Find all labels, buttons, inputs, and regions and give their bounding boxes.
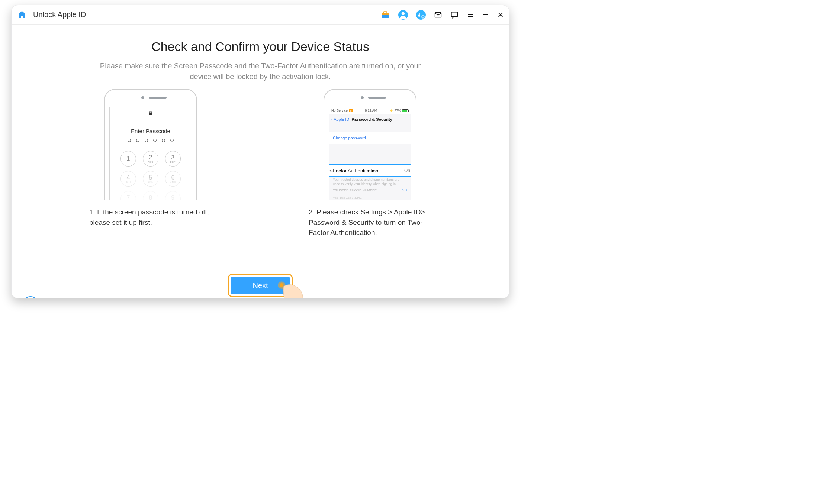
close-icon[interactable] bbox=[497, 12, 504, 18]
svg-rect-2 bbox=[384, 12, 387, 13]
window-title: Unlock Apple ID bbox=[33, 10, 86, 19]
toolbox-icon[interactable] bbox=[380, 10, 390, 20]
tfa-row: Two-Factor Authentication On bbox=[329, 164, 411, 177]
music-search-icon[interactable] bbox=[416, 10, 426, 20]
status-bar: No Service 📶 8:22 AM ⚡ 77% bbox=[329, 107, 411, 114]
menu-icon[interactable] bbox=[467, 11, 474, 19]
titlebar-icons bbox=[380, 10, 504, 20]
phone-mockup-left: Enter Passcode 1 2ABC 3DEF 4GHI 5JKL bbox=[104, 89, 197, 200]
svg-point-4 bbox=[402, 12, 405, 15]
svg-line-7 bbox=[424, 17, 425, 19]
nav-back: ‹ Apple ID bbox=[331, 117, 349, 122]
mail-icon[interactable] bbox=[434, 11, 442, 19]
next-area: Next bbox=[228, 274, 293, 297]
page-subtitle: Please make sure the Screen Passcode and… bbox=[89, 61, 431, 82]
passcode-dots bbox=[110, 139, 192, 142]
next-button[interactable]: Next bbox=[231, 277, 290, 294]
svg-rect-16 bbox=[149, 113, 152, 115]
caption-right: 2. Please check Settings > Apple ID> Pas… bbox=[309, 207, 431, 238]
page-heading: Check and Confirm your Device Status bbox=[12, 39, 509, 54]
panel-tfa: No Service 📶 8:22 AM ⚡ 77% ‹ Apple ID Pa… bbox=[309, 89, 431, 238]
user-icon[interactable] bbox=[398, 10, 408, 20]
next-highlight: Next bbox=[228, 274, 293, 297]
titlebar: Unlock Apple ID bbox=[12, 5, 509, 25]
caption-left: 1. If the screen passcode is turned off,… bbox=[89, 207, 212, 227]
wifi-icon: 📶 bbox=[349, 109, 353, 112]
content: Check and Confirm your Device Status Ple… bbox=[12, 39, 509, 294]
passcode-label: Enter Passcode bbox=[110, 128, 192, 134]
svg-rect-9 bbox=[451, 12, 458, 16]
app-window: Unlock Apple ID bbox=[11, 5, 509, 298]
change-password-cell: Change password bbox=[329, 132, 411, 144]
home-icon[interactable] bbox=[17, 10, 27, 20]
back-button[interactable] bbox=[23, 296, 38, 298]
nav-bar: ‹ Apple ID Password & Security bbox=[329, 114, 411, 125]
chat-icon[interactable] bbox=[450, 11, 459, 19]
panel-passcode: Enter Passcode 1 2ABC 3DEF 4GHI 5JKL bbox=[89, 89, 212, 238]
phone-mockup-right: No Service 📶 8:22 AM ⚡ 77% ‹ Apple ID Pa… bbox=[324, 89, 416, 200]
lock-icon bbox=[110, 110, 192, 117]
keypad: 1 2ABC 3DEF 4GHI 5JKL 6MNO 7PQRS bbox=[110, 151, 192, 200]
meta-text: Your trusted devices and phone numbers a… bbox=[333, 178, 407, 200]
minimize-icon[interactable] bbox=[482, 12, 489, 18]
